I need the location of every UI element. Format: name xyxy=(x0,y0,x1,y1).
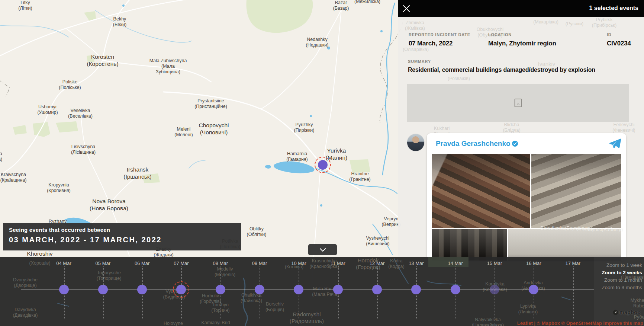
timeline-range-tooltip: Seeing events that occurred between 03 M… xyxy=(3,223,241,250)
timeline-date-label: 10 Mar xyxy=(291,261,306,266)
forest-areas xyxy=(13,0,370,183)
map-place-label: (Межиліска) xyxy=(354,0,380,4)
ghost-place-label: Borschiv(Борщів) xyxy=(265,301,284,313)
ghost-place-label: Toporysche(Топорище) xyxy=(97,270,122,281)
map-place-label: Korosten(Коростень) xyxy=(87,53,118,67)
map-place-label: Oblitky(Облітки) xyxy=(247,226,267,237)
telegram-author-link[interactable]: Pravda Gerashchenko xyxy=(436,140,511,148)
field-label: REPORTED INCIDENT DATE xyxy=(409,32,470,37)
avatar xyxy=(407,134,424,151)
timeline-event-dot-09-mar[interactable] xyxy=(255,285,264,294)
field-label: SUMMARY xyxy=(408,59,595,64)
field-value: 07 March, 2022 xyxy=(409,40,470,47)
timeline-date-label: 11 Mar xyxy=(331,261,345,266)
timeline-collapse-button[interactable] xyxy=(308,244,337,255)
map-place-label: Ushomyr(Ушомир) xyxy=(37,104,58,115)
timeline-gridline xyxy=(573,266,574,319)
selected-events-count: 1 selected events xyxy=(589,5,638,12)
panel-header: 1 selected events xyxy=(398,0,644,17)
summary-text: Residential, commercial buildings damage… xyxy=(408,67,595,73)
ghost-place-label: Prybirsk(Прибірськ) xyxy=(592,17,616,28)
embed-photo-3[interactable] xyxy=(432,229,507,261)
telegram-plane-icon[interactable] xyxy=(609,138,621,151)
timeline-date-label: 13 Mar xyxy=(409,261,424,266)
map-place-label: Hranitne(Гранітне) xyxy=(349,171,371,182)
timeline-event-dot-11-mar[interactable] xyxy=(333,285,343,294)
timeline-event-dot-08-mar[interactable] xyxy=(216,285,225,294)
ghost-place-label: Blidcha(Блідча) xyxy=(503,122,520,133)
zoom-option-zoom-to-2-weeks[interactable]: Zoom to 2 weeks xyxy=(602,269,642,277)
timeline-event-dot-06-mar[interactable] xyxy=(137,285,147,294)
timeline-zoom-options: Zoom to 1 weekZoom to 2 weeksZoom to 1 m… xyxy=(602,262,642,291)
embed-photo-2[interactable] xyxy=(531,154,621,228)
ghost-place-label: Davydivka(Давидівка) xyxy=(13,307,38,318)
timeline-event-dot-12-mar[interactable] xyxy=(372,285,382,294)
timeline-date-label: 09 Mar xyxy=(252,261,267,266)
ghost-place-label: (Русаки) xyxy=(566,21,583,27)
ghost-place-label: Zhmiivka(Жміївка) xyxy=(405,20,425,31)
embed-photo-4[interactable] xyxy=(508,229,621,261)
ghost-place-label: (Хорошів) xyxy=(29,261,51,266)
map-place-label: Lisivschyna(Лісівщина) xyxy=(71,144,96,155)
field-incident-date: REPORTED INCIDENT DATE 07 March, 2022 xyxy=(409,32,470,47)
map-place-label: Yurivka(Малин) xyxy=(326,147,347,161)
tooltip-caption: Seeing events that occurred between xyxy=(9,227,241,233)
timeline-date-label: 16 Mar xyxy=(526,261,541,266)
map-place-label: Kraivschyna(Краївщина) xyxy=(0,172,27,183)
ghost-place-label: Modeliv(Моделів) xyxy=(215,266,235,278)
map-place-label: Litky(Літки) xyxy=(18,0,32,11)
embed-photo-1[interactable] xyxy=(432,154,530,228)
ghost-place-label: Holovyne xyxy=(164,321,183,326)
map-place-label: Bazar(Базар) xyxy=(333,0,349,11)
ghost-place-label: Fenevychi(Феневичі) xyxy=(612,122,635,133)
map-place-label: Chopovychi(Чоповичі) xyxy=(199,122,229,136)
timeline-panel[interactable]: Toporysche(Топорище)(Котівка)Modeliv(Мод… xyxy=(0,257,644,326)
verified-badge-icon xyxy=(512,140,518,148)
broken-image-icon xyxy=(513,98,523,108)
mapbox-logo-icon xyxy=(613,310,618,315)
map-place-label: Hamarnia(Гамарня) xyxy=(286,151,308,162)
map-place-label: Poliske(Поліське) xyxy=(59,79,81,90)
telegram-embed-card[interactable]: Pravda Gerashchenko xyxy=(427,133,626,261)
zoom-option-zoom-to-1-week[interactable]: Zoom to 1 week xyxy=(602,262,642,269)
map-place-label: Pyrizhky(Пиріжки) xyxy=(294,122,315,133)
timeline-date-label: 15 Mar xyxy=(487,261,502,266)
timeline-event-dot-05-mar[interactable] xyxy=(98,285,108,294)
map-place-label: Bekhy(Бехи) xyxy=(113,16,126,28)
field-label: ID xyxy=(607,32,631,37)
field-location: LOCATION Malyn, Zhytomir region xyxy=(488,32,556,47)
ghost-place-label: (Макарівка) xyxy=(533,19,558,25)
zoom-option-zoom-to-1-month[interactable]: Zoom to 1 month xyxy=(602,277,642,284)
ghost-place-label: Kodra(Кодра) xyxy=(388,258,404,269)
timeline-date-label: 08 Mar xyxy=(213,261,228,266)
zoom-option-zoom-to-3-months[interactable]: Zoom to 3 months xyxy=(602,284,642,291)
timeline-event-dot-14-mar[interactable] xyxy=(451,285,460,294)
timeline-date-label: 04 Mar xyxy=(56,261,71,266)
map-place-label: Meleni(Мелені) xyxy=(174,127,193,138)
close-icon[interactable] xyxy=(402,4,410,13)
field-id: ID CIV0234 xyxy=(607,32,631,47)
timeline-date-label: 05 Mar xyxy=(96,261,110,266)
map-place-label: Khoroshiv xyxy=(27,250,53,257)
ghost-place-label: Radomyshl(Радомишль) xyxy=(290,311,324,325)
field-value: Malyn, Zhytomir region xyxy=(488,40,556,47)
ghost-place-label: Nalyvaikivka(Наливайківка) xyxy=(472,317,504,326)
field-label: LOCATION xyxy=(488,32,556,37)
ghost-place-label: (Розважів) xyxy=(448,76,470,82)
timeline-event-dot-15-mar[interactable] xyxy=(490,285,499,294)
map-event-marker[interactable] xyxy=(318,160,328,170)
ghost-place-label: Lypivka(Липівка) xyxy=(518,304,538,315)
ghost-place-label: Babyntsi(Бабинці) xyxy=(583,226,623,233)
timeline-event-dot-04-mar[interactable] xyxy=(59,285,69,294)
timeline-date-label: 12 Mar xyxy=(370,261,384,266)
map-place-label: shavkaшавка) xyxy=(0,151,2,162)
timeline-date-label: 06 Mar xyxy=(135,261,149,266)
field-summary: SUMMARY Residential, commercial building… xyxy=(408,59,595,73)
tooltip-date-range: 03 MARCH, 2022 - 17 MARCH, 2022 xyxy=(9,236,241,244)
map-place-label: Mala Zubivschyna(Мала Зубівщина) xyxy=(149,58,187,75)
ghost-place-label: Dvoryshche(Дворище) xyxy=(13,277,38,288)
app-window: Litky(Літки)Bekhy(Бехи)Korosten(Коростен… xyxy=(0,0,644,326)
field-value: CIV0234 xyxy=(607,40,631,47)
mapbox-logo[interactable]: mapbox xyxy=(613,309,641,315)
map-attribution[interactable]: Leaflet | © Mapbox © OpenStreetMap Impro… xyxy=(517,320,643,326)
